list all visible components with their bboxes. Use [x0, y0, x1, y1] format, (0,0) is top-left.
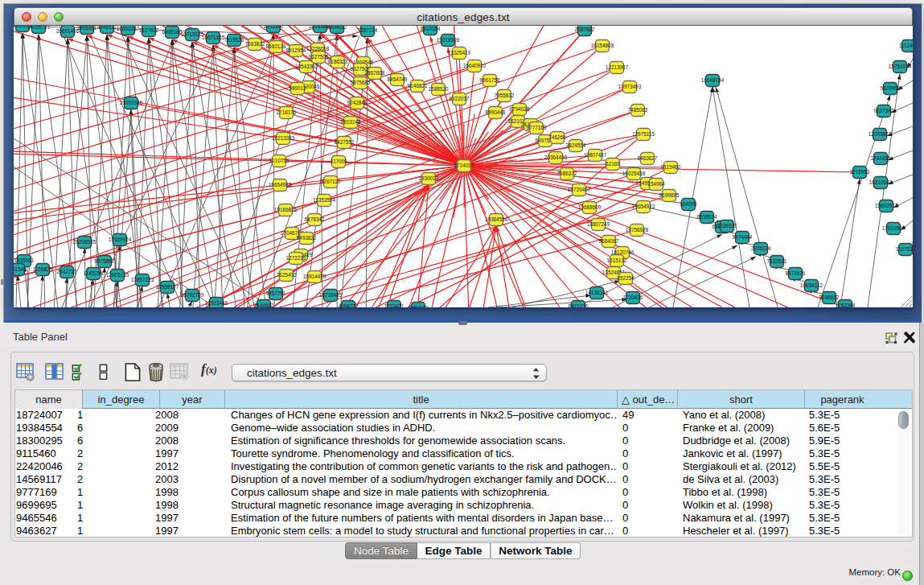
- svg-text:15692971: 15692971: [875, 203, 898, 208]
- svg-text:20206535: 20206535: [73, 239, 97, 245]
- svg-text:12213967: 12213967: [606, 64, 629, 70]
- svg-text:14136141: 14136141: [585, 290, 609, 295]
- svg-text:2942737: 2942737: [57, 269, 77, 274]
- svg-text:6794028: 6794028: [510, 106, 530, 112]
- svg-text:10025438: 10025438: [622, 171, 646, 176]
- svg-text:15716485: 15716485: [319, 292, 343, 298]
- svg-text:12093822: 12093822: [869, 131, 892, 137]
- svg-text:16914479: 16914479: [303, 274, 326, 279]
- svg-text:17010504: 17010504: [882, 225, 906, 231]
- svg-text:8904612: 8904612: [327, 26, 347, 30]
- svg-text:16210643: 16210643: [869, 179, 893, 185]
- svg-text:20053346: 20053346: [120, 100, 143, 105]
- svg-text:6466160: 6466160: [162, 29, 183, 35]
- svg-text:7515526: 7515526: [224, 37, 244, 43]
- svg-text:1905391: 1905391: [77, 26, 97, 31]
- svg-text:17857223: 17857223: [131, 277, 154, 282]
- svg-text:8427552: 8427552: [335, 139, 355, 145]
- svg-text:15751074: 15751074: [889, 64, 912, 69]
- svg-text:7625402: 7625402: [277, 272, 297, 278]
- svg-text:391549: 391549: [14, 266, 27, 272]
- svg-text:1724007: 1724007: [454, 163, 474, 168]
- svg-text:7485063: 7485063: [628, 107, 648, 113]
- svg-text:8990448: 8990448: [486, 109, 506, 115]
- svg-text:1930023: 1930023: [419, 175, 439, 181]
- svg-text:13325419: 13325419: [448, 50, 471, 56]
- svg-text:5875685: 5875685: [351, 80, 371, 85]
- svg-text:8938924: 8938924: [697, 214, 717, 220]
- svg-text:8813054: 8813054: [421, 26, 441, 31]
- svg-text:1167531: 1167531: [896, 246, 913, 252]
- svg-text:9961758: 9961758: [480, 77, 500, 83]
- svg-text:16782759: 16782759: [181, 292, 204, 298]
- svg-text:19384554: 19384554: [485, 216, 508, 222]
- svg-text:1272215: 1272215: [286, 255, 306, 261]
- svg-text:19654983: 19654983: [269, 182, 292, 187]
- svg-text:10958107: 10958107: [156, 284, 179, 290]
- svg-text:9699695: 9699695: [659, 192, 680, 198]
- svg-text:8912954: 8912954: [286, 47, 306, 53]
- svg-text:3824554: 3824554: [566, 142, 586, 148]
- svg-text:17359924: 17359924: [109, 237, 132, 242]
- svg-text:9474444: 9474444: [733, 234, 753, 240]
- svg-text:9327506: 9327506: [309, 54, 329, 60]
- svg-text:8471236: 8471236: [569, 303, 589, 307]
- svg-text:8471676: 8471676: [786, 270, 806, 276]
- svg-text:2451123: 2451123: [409, 305, 429, 307]
- svg-text:2935114: 2935114: [751, 245, 771, 251]
- svg-text:11353594: 11353594: [313, 197, 335, 203]
- svg-text:9242848: 9242848: [347, 100, 368, 105]
- svg-text:6322037: 6322037: [450, 96, 470, 101]
- svg-text:1615132: 1615132: [607, 257, 627, 263]
- svg-text:19166825: 19166825: [274, 207, 298, 212]
- svg-text:252254: 252254: [617, 275, 634, 281]
- svg-text:8186323: 8186323: [328, 59, 348, 64]
- svg-text:16671355: 16671355: [202, 35, 225, 40]
- svg-text:10807487: 10807487: [584, 152, 607, 158]
- svg-text:1239197: 1239197: [717, 223, 737, 229]
- svg-text:417006: 417006: [330, 159, 347, 164]
- svg-text:18807249: 18807249: [587, 221, 610, 227]
- svg-text:9246512: 9246512: [97, 26, 117, 30]
- svg-text:8660124: 8660124: [266, 43, 286, 49]
- svg-text:164095: 164095: [680, 201, 697, 207]
- svg-text:1527602: 1527602: [139, 27, 159, 33]
- svg-text:3215953: 3215953: [850, 169, 870, 175]
- svg-text:1603380: 1603380: [264, 26, 284, 29]
- svg-text:16640910: 16640910: [463, 63, 487, 68]
- svg-text:10653287: 10653287: [117, 26, 140, 31]
- svg-text:10654112: 10654112: [800, 282, 823, 288]
- svg-text:16648784: 16648784: [701, 77, 725, 83]
- svg-text:1733426: 1733426: [623, 295, 643, 300]
- svg-text:9777169: 9777169: [527, 125, 547, 130]
- svg-text:1588520: 1588520: [429, 86, 449, 92]
- svg-text:12905135: 12905135: [106, 272, 129, 278]
- svg-text:14055721: 14055721: [27, 26, 51, 30]
- svg-text:2867608: 2867608: [365, 70, 385, 76]
- svg-text:1010755: 1010755: [269, 158, 290, 163]
- svg-text:746266: 746266: [548, 134, 566, 140]
- svg-text:9146821: 9146821: [408, 83, 428, 89]
- svg-text:9227342: 9227342: [874, 108, 894, 113]
- svg-text:10543362: 10543362: [295, 64, 318, 69]
- svg-text:5493822: 5493822: [297, 235, 317, 241]
- svg-text:7986372: 7986372: [557, 171, 577, 176]
- svg-text:4698222: 4698222: [339, 303, 359, 307]
- svg-text:9975867: 9975867: [95, 258, 115, 264]
- svg-text:19218506: 19218506: [437, 37, 460, 43]
- svg-text:7632621: 7632621: [767, 258, 787, 264]
- svg-text:5878342: 5878342: [305, 216, 325, 222]
- svg-text:9684067: 9684067: [599, 238, 619, 244]
- svg-text:12923446: 12923446: [205, 300, 228, 306]
- svg-text:12213383: 12213383: [272, 135, 295, 141]
- svg-text:9457791: 9457791: [266, 290, 286, 296]
- svg-text:10719155: 10719155: [181, 31, 204, 37]
- svg-text:62160: 62160: [606, 161, 620, 167]
- svg-text:2803144: 2803144: [341, 119, 361, 125]
- svg-text:9829966: 9829966: [881, 85, 901, 91]
- svg-text:20691406: 20691406: [56, 28, 80, 34]
- svg-text:1935061: 1935061: [14, 257, 35, 263]
- svg-text:19756928: 19756928: [626, 227, 649, 233]
- svg-text:9115460: 9115460: [661, 164, 681, 170]
- svg-text:2087682: 2087682: [575, 27, 595, 32]
